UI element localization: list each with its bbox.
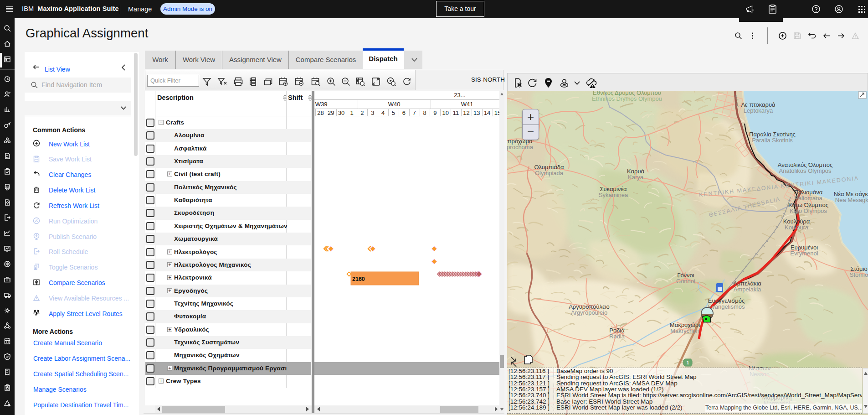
svg-text:Makrychori: Makrychori bbox=[670, 327, 699, 334]
svg-text:Karya: Karya bbox=[628, 174, 644, 181]
svg-text:Kouloura: Kouloura bbox=[785, 224, 809, 231]
svg-text:Ethnikos Drymos Olympou: Ethnikos Drymos Olympou bbox=[592, 95, 662, 102]
svg-text:Olympiada: Olympiada bbox=[535, 170, 564, 176]
svg-text:Sykaminea: Sykaminea bbox=[599, 192, 628, 198]
svg-text:Evangelismos: Evangelismos bbox=[708, 303, 745, 310]
svg-text:Evrymenoi: Evrymenoi bbox=[790, 250, 818, 257]
svg-text:Paliomana: Paliomana bbox=[794, 195, 822, 202]
svg-text:Rodia: Rodia bbox=[609, 333, 625, 340]
svg-text:Ampelakia: Ampelakia bbox=[734, 286, 761, 293]
svg-text:Argyropouleio: Argyropouleio bbox=[571, 309, 607, 316]
svg-text:Paralia Skotinis: Paralia Skotinis bbox=[752, 137, 793, 144]
svg-text:1: 1 bbox=[687, 360, 689, 365]
svg-text:2160: 2160 bbox=[352, 276, 365, 282]
svg-text:Stomio: Stomio bbox=[850, 271, 868, 278]
svg-text:Leptokarya: Leptokarya bbox=[744, 107, 773, 114]
svg-text:Gonnoi: Gonnoi bbox=[676, 278, 695, 285]
svg-text:Kato Olympos: Kato Olympos bbox=[790, 208, 827, 214]
svg-text:Nea Mesagkala: Nea Mesagkala bbox=[835, 197, 868, 203]
svg-text:prochoma: prochoma bbox=[507, 144, 534, 150]
svg-text:Anatolikos Olympos: Anatolikos Olympos bbox=[779, 167, 832, 174]
